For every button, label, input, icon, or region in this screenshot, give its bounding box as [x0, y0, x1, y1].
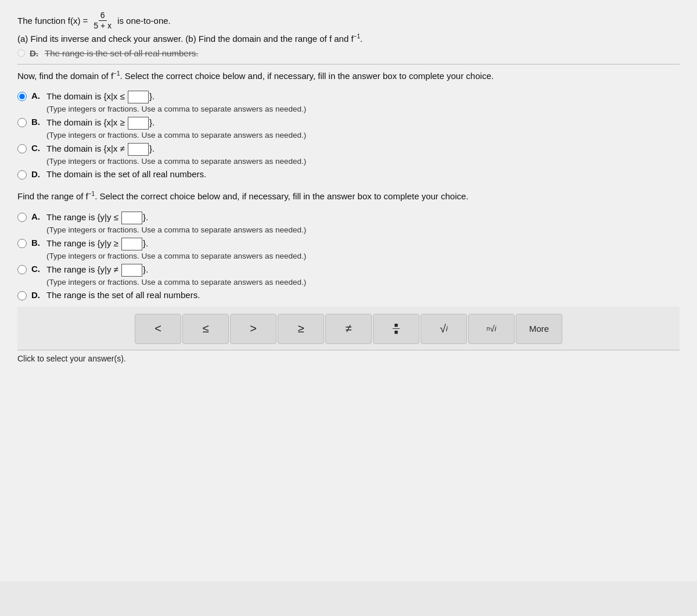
greater-than-button[interactable]: > [230, 314, 276, 344]
greater-than-equal-button[interactable]: ≥ [278, 314, 324, 344]
range-option-d-row: D. The range is the set of all real numb… [17, 290, 680, 301]
domain-option-a-input-box[interactable] [128, 91, 149, 103]
domain-option-d-radio[interactable] [17, 170, 27, 180]
domain-option-d-content: The domain is the set of all real number… [46, 169, 680, 180]
range-option-c-row: C. The range is {y|y ≠ }. (Type integers… [17, 264, 680, 286]
domain-option-b-hint: (Type integers or fractions. Use a comma… [46, 131, 680, 139]
domain-option-c-row: C. The domain is {x|x ≠ }. (Type integer… [17, 143, 680, 166]
domain-option-b-radio[interactable] [17, 118, 27, 127]
domain-option-a-text: The domain is {x|x ≤ }. [46, 91, 680, 103]
domain-option-d-row: D. The domain is the set of all real num… [17, 169, 680, 180]
range-option-b-content: The range is {y|y ≥ }. (Type integers or… [46, 238, 680, 260]
math-toolbar: < ≤ > ≥ ≠ ■ ■ √i n√i More [17, 307, 680, 350]
fraction-display: 6 5 + x [92, 10, 113, 31]
domain-option-c-text: The domain is {x|x ≠ }. [46, 143, 680, 156]
strikethrough-radio[interactable] [17, 49, 25, 57]
domain-option-c-label: C. [31, 143, 42, 153]
range-option-a-row: A. The range is {y|y ≤ }. (Type integers… [17, 212, 680, 234]
domain-option-b-radio-wrap[interactable] [17, 118, 27, 127]
domain-inverse-exponent: −1 [113, 70, 120, 77]
fraction-denominator: 5 + x [92, 21, 113, 31]
click-note: Click to select your answer(s). [17, 350, 680, 368]
more-button[interactable]: More [516, 314, 562, 344]
domain-option-b-label: B. [31, 117, 42, 127]
range-option-a-hint: (Type integers or fractions. Use a comma… [46, 225, 680, 234]
domain-option-a-radio-wrap[interactable] [17, 92, 27, 101]
domain-option-d-radio-wrap[interactable] [17, 170, 27, 180]
domain-option-b-content: The domain is {x|x ≥ }. (Type integers o… [46, 117, 680, 139]
range-option-a-label: A. [31, 212, 42, 221]
fraction-numerator: 6 [99, 10, 107, 21]
range-option-b-input-box[interactable] [121, 238, 142, 250]
less-than-button[interactable]: < [135, 314, 181, 344]
sub-problem-period: . [360, 34, 362, 44]
range-option-d-content: The range is the set of all real numbers… [46, 290, 680, 301]
range-option-d-radio-wrap[interactable] [17, 291, 27, 300]
function-suffix-text: is one-to-one. [117, 16, 171, 26]
domain-options-group: A. The domain is {x|x ≤ }. (Type integer… [17, 91, 680, 180]
function-line: The function f(x) = 6 5 + x is one-to-on… [17, 10, 680, 31]
range-option-b-hint: (Type integers or fractions. Use a comma… [46, 252, 680, 260]
range-option-c-radio-wrap[interactable] [17, 265, 27, 274]
range-option-b-label: B. [31, 238, 42, 248]
range-option-d-label: D. [31, 290, 42, 300]
domain-option-c-content: The domain is {x|x ≠ }. (Type integers o… [46, 143, 680, 166]
domain-instruction-suffix: . Select the correct choice below and, i… [120, 71, 494, 81]
range-option-c-radio[interactable] [17, 265, 27, 274]
less-than-equal-button[interactable]: ≤ [182, 314, 229, 344]
range-option-c-input-box[interactable] [121, 264, 142, 277]
range-option-b-radio[interactable] [17, 239, 27, 248]
domain-option-a-row: A. The domain is {x|x ≤ }. (Type integer… [17, 91, 680, 113]
fraction-button[interactable]: ■ ■ [373, 314, 419, 344]
range-option-a-input-box[interactable] [121, 212, 142, 224]
range-option-d-text: The range is the set of all real numbers… [46, 290, 680, 300]
sub-problem-text: (a) Find its inverse and check your answ… [17, 34, 354, 44]
strikethrough-label: D. [30, 48, 40, 58]
strikethrough-text: The range is the set of all real numbers… [45, 48, 198, 58]
range-option-d-radio[interactable] [17, 291, 27, 300]
domain-option-a-hint: (Type integers or fractions. Use a comma… [46, 105, 680, 113]
strikethrough-option: D. The range is the set of all real numb… [17, 48, 680, 58]
range-option-c-hint: (Type integers or fractions. Use a comma… [46, 278, 680, 286]
domain-instruction-text: Now, find the domain of f [17, 71, 113, 81]
range-option-a-content: The range is {y|y ≤ }. (Type integers or… [46, 212, 680, 234]
problem-header: The function f(x) = 6 5 + x is one-to-on… [17, 10, 680, 44]
domain-option-d-label: D. [31, 169, 42, 179]
range-options-group: A. The range is {y|y ≤ }. (Type integers… [17, 212, 680, 301]
square-root-button[interactable]: √i [421, 314, 467, 344]
range-option-a-radio-wrap[interactable] [17, 213, 27, 222]
range-option-a-radio[interactable] [17, 213, 27, 222]
domain-option-c-radio-wrap[interactable] [17, 144, 27, 153]
domain-option-b-text: The domain is {x|x ≥ }. [46, 117, 680, 130]
range-section-title: Find the range of f−1. Select the correc… [17, 189, 680, 203]
range-option-a-text: The range is {y|y ≤ }. [46, 212, 680, 224]
range-instruction-suffix: . Select the correct choice below and, i… [95, 191, 468, 201]
domain-option-c-input-box[interactable] [128, 143, 149, 156]
section-divider-1 [17, 64, 680, 65]
domain-option-c-hint: (Type integers or fractions. Use a comma… [46, 157, 680, 166]
range-option-c-content: The range is {y|y ≠ }. (Type integers or… [46, 264, 680, 286]
function-intro-text: The function f(x) = [17, 16, 88, 26]
domain-option-a-label: A. [31, 91, 42, 101]
not-equal-button[interactable]: ≠ [325, 314, 372, 344]
range-option-b-row: B. The range is {y|y ≥ }. (Type integers… [17, 238, 680, 260]
domain-option-a-content: The domain is {x|x ≤ }. (Type integers o… [46, 91, 680, 113]
domain-option-b-input-box[interactable] [128, 117, 149, 130]
domain-section-title: Now, find the domain of f−1. Select the … [17, 69, 680, 83]
nth-root-button[interactable]: n√i [468, 314, 515, 344]
range-inverse-exponent: −1 [88, 191, 95, 197]
domain-option-d-text: The domain is the set of all real number… [46, 169, 680, 179]
range-option-b-radio-wrap[interactable] [17, 239, 27, 248]
domain-option-a-radio[interactable] [17, 92, 27, 101]
range-option-c-text: The range is {y|y ≠ }. [46, 264, 680, 277]
sub-problem-line: (a) Find its inverse and check your answ… [17, 33, 680, 44]
range-option-b-text: The range is {y|y ≥ }. [46, 238, 680, 250]
range-option-c-label: C. [31, 264, 42, 274]
range-instruction-text: Find the range of f [17, 191, 88, 201]
main-container: The function f(x) = 6 5 + x is one-to-on… [0, 0, 697, 581]
inverse-exponent: −1 [354, 33, 360, 40]
domain-option-c-radio[interactable] [17, 144, 27, 153]
domain-option-b-row: B. The domain is {x|x ≥ }. (Type integer… [17, 117, 680, 139]
